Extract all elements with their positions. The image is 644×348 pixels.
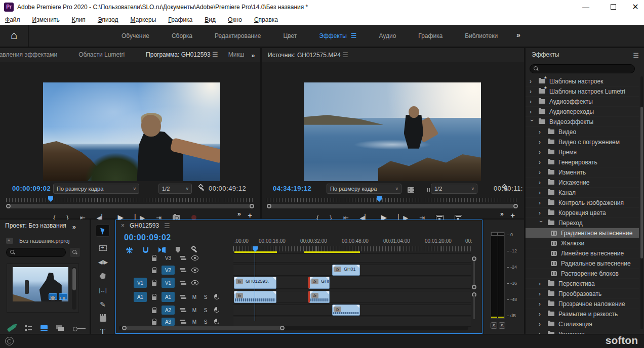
menu-graphics[interactable]: Графика (168, 16, 192, 23)
sync-lock-icon[interactable] (180, 319, 186, 324)
source-patch-empty[interactable] (134, 317, 147, 327)
workspace-tab-assembly[interactable]: Сборка (172, 32, 192, 39)
solo-left-button[interactable]: S (491, 322, 497, 329)
effects-tree-item[interactable]: ›Видеоэффекты (526, 117, 639, 127)
effects-tree-item[interactable]: Линейное вытеснение (526, 248, 639, 258)
zoom-handle-left[interactable] (267, 204, 271, 208)
tab-source-monitor[interactable]: Источник: GH012575.MP4 ☰ (268, 48, 348, 62)
menu-sequence[interactable]: Эпизод (98, 16, 118, 23)
fx-badge[interactable]: fx (311, 293, 318, 298)
effects-tree-item[interactable]: ›Время (526, 147, 639, 157)
snap-magnet-icon[interactable] (143, 247, 148, 253)
linked-selection-icon[interactable] (158, 247, 166, 253)
video-badge-icon[interactable] (49, 293, 57, 300)
track-target-v1[interactable]: V1 (162, 278, 175, 288)
menu-help[interactable]: Справка (254, 16, 278, 23)
lock-icon[interactable] (152, 307, 156, 313)
chevron-right-icon[interactable]: › (530, 99, 535, 104)
workspace-tab-color[interactable]: Цвет (283, 32, 297, 39)
audio-badge-icon[interactable] (59, 293, 67, 300)
project-search-input[interactable] (6, 248, 66, 257)
track-target-a3[interactable]: A3 (162, 318, 175, 326)
audio-scrollbar[interactable] (473, 296, 475, 319)
source-patch-a1[interactable]: A1 (134, 292, 147, 302)
source-resolution-dropdown[interactable]: 1/2∨ (431, 184, 477, 194)
zoom-handle-right[interactable] (280, 326, 285, 330)
fx-badge[interactable]: fx (236, 279, 243, 284)
lane-a3[interactable] (233, 317, 471, 327)
program-transport-overflow[interactable]: » (237, 210, 241, 218)
sync-lock-icon[interactable] (180, 255, 186, 260)
sync-lock-icon[interactable] (180, 268, 186, 273)
effects-tree-item[interactable]: ›Канал (526, 188, 639, 198)
chevron-right-icon[interactable]: › (539, 180, 544, 185)
chevron-right-icon[interactable]: › (539, 301, 544, 307)
track-target-a1[interactable]: A1 (162, 292, 175, 302)
effects-tree-item[interactable]: ›Переход (526, 218, 639, 228)
add-button-icon[interactable]: + (510, 211, 515, 220)
program-fit-dropdown[interactable]: По размеру кадра∨ (53, 184, 139, 194)
lock-icon[interactable] (152, 267, 156, 273)
effects-tree-item[interactable]: ›Контроль изображения (526, 198, 639, 208)
solo-button[interactable]: S (203, 308, 209, 313)
source-fit-dropdown[interactable]: По размеру кадра∨ (327, 184, 401, 194)
selection-tool[interactable] (96, 225, 110, 237)
chevron-right-icon[interactable]: › (539, 129, 544, 135)
fx-badge[interactable]: fx (311, 279, 318, 284)
search-bin-button[interactable] (70, 248, 80, 257)
sync-lock-icon[interactable] (180, 280, 186, 285)
menu-markers[interactable]: Маркеры (130, 16, 156, 23)
chevron-right-icon[interactable]: › (539, 322, 544, 327)
panel-tabs-overflow[interactable]: » (72, 223, 76, 231)
menu-clip[interactable]: Клип (72, 16, 86, 23)
clip-thumbnail[interactable] (13, 267, 68, 301)
effects-tree-item[interactable]: ›Преобразовать (526, 289, 639, 299)
source-transport-overflow[interactable]: » (500, 210, 504, 218)
zoom-handle-right[interactable] (513, 204, 518, 208)
effects-tree-item[interactable]: ›Генерировать (526, 157, 639, 167)
effects-tree-item[interactable]: Радиальное вытеснение (526, 258, 639, 269)
tab-project[interactable]: Проект: Без названия (5, 220, 66, 234)
workspace-menu-icon[interactable]: ☰ (351, 32, 357, 39)
source-timecode[interactable]: 04:34:19:12 (273, 185, 311, 192)
menu-file[interactable]: Файл (5, 16, 20, 23)
workspace-tab-libraries[interactable]: Библиотеки (465, 32, 498, 39)
panel-tabs-overflow[interactable]: » (251, 52, 255, 59)
effects-scrollbar[interactable] (640, 76, 643, 329)
track-label[interactable]: V3 (162, 255, 175, 261)
chevron-right-icon[interactable]: › (539, 210, 544, 215)
audio-clip-a1b[interactable]: fx (308, 291, 330, 303)
mute-button[interactable]: M (191, 308, 197, 313)
add-marker-icon[interactable] (176, 247, 180, 253)
effects-tree-item[interactable]: Жалюзи (526, 238, 639, 248)
timeline-ruler[interactable]: :00:00 00:00:16:00 00:00:32:00 00:00:48:… (233, 237, 471, 252)
zoom-handle-right[interactable] (250, 204, 254, 208)
workspace-tab-editing[interactable]: Редактирование (215, 32, 261, 39)
panel-menu-icon[interactable]: ☰ (633, 52, 639, 59)
icon-view-icon[interactable] (41, 325, 48, 331)
mic-icon[interactable] (214, 319, 219, 325)
chevron-right-icon[interactable]: › (539, 160, 544, 165)
freeform-view-icon[interactable] (56, 325, 64, 331)
effects-tree-item[interactable]: ›Прозрачное наложение (526, 299, 639, 309)
audio-clip-a1a[interactable]: fx (234, 291, 276, 303)
sync-lock-icon[interactable] (180, 294, 186, 299)
workspace-tab-audio[interactable]: Аудио (379, 32, 396, 39)
chevron-right-icon[interactable]: › (539, 170, 544, 175)
audio-clip-a2a[interactable]: fx (332, 304, 360, 316)
list-view-icon[interactable] (25, 325, 32, 331)
effects-tree-item[interactable]: ›Изменить (526, 167, 639, 178)
effects-tree-item[interactable]: ›Аудиопереходы (526, 107, 639, 117)
chevron-right-icon[interactable]: › (539, 312, 544, 317)
panel-menu-icon[interactable]: ☰ (164, 222, 170, 230)
add-button-icon[interactable]: + (248, 211, 252, 220)
chevron-right-icon[interactable]: › (539, 291, 544, 296)
effects-tree-item[interactable]: ›Устарело (526, 329, 639, 334)
zoom-slider[interactable] (73, 326, 86, 331)
lane-v3[interactable] (233, 253, 471, 263)
source-scrub-bar[interactable] (267, 204, 518, 208)
eye-icon[interactable] (191, 255, 198, 260)
lock-icon[interactable] (152, 294, 156, 300)
video-clip-v1b[interactable]: fxGH0 (308, 277, 330, 289)
bin-scrollbar[interactable] (72, 267, 76, 310)
